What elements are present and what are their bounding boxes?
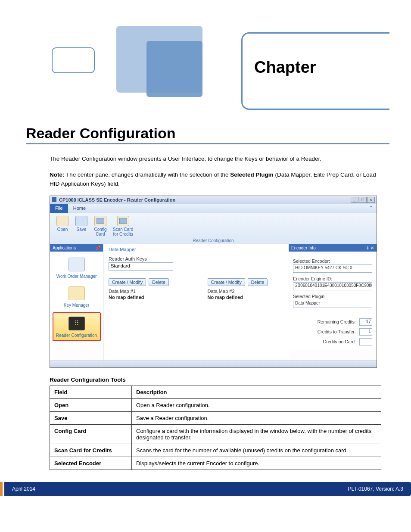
col-description: Description bbox=[132, 386, 381, 398]
map1-status: No map defined bbox=[109, 295, 169, 300]
map2-delete-button[interactable]: Delete bbox=[248, 278, 268, 286]
map1-name: Data Map #1 bbox=[109, 289, 169, 294]
tools-table: Field Description OpenOpen a Reader conf… bbox=[50, 386, 381, 470]
table-row: OpenOpen a Reader configuration. bbox=[50, 398, 381, 411]
table-header-row: Field Description bbox=[50, 386, 381, 398]
menu-file[interactable]: File bbox=[50, 204, 68, 213]
credits-transfer-input[interactable]: 1 bbox=[359, 328, 372, 336]
tool-scan-card[interactable]: Scan Card for Credits bbox=[110, 215, 136, 237]
config-card-icon bbox=[94, 216, 106, 226]
engine-id-label: Encoder Engine ID: bbox=[293, 276, 372, 281]
maximize-button[interactable]: □ bbox=[359, 197, 367, 203]
app-reader-configuration[interactable]: Reader Configuration bbox=[53, 312, 101, 342]
ribbon-group-label: Reader Configuration bbox=[53, 238, 373, 243]
selected-plugin-label: Selected Plugin: bbox=[293, 294, 372, 299]
auth-keys-label: Reader Auth Keys bbox=[109, 256, 283, 261]
table-title: Reader Configuration Tools bbox=[50, 376, 389, 383]
selected-plugin-select[interactable]: Data Mapper bbox=[293, 300, 372, 308]
encoder-panel-header: Encoder Info ⇓ ✕ bbox=[289, 244, 377, 252]
credits-transfer-label: Credits to Transfer: bbox=[318, 329, 356, 334]
engine-id-value: 2B0601040181E438010103050F8C9088 bbox=[293, 282, 372, 290]
chapter-label: Chapter bbox=[254, 58, 316, 77]
minimize-button[interactable]: _ bbox=[351, 197, 358, 203]
selected-encoder-label: Selected Encoder: bbox=[293, 258, 372, 264]
pin-icon[interactable]: 📌 bbox=[95, 246, 100, 250]
credits-on-card-value bbox=[359, 338, 372, 345]
center-pane: Data Mapper Reader Auth Keys Standard Cr… bbox=[103, 244, 289, 361]
app-key-manager[interactable]: Key Manager bbox=[53, 283, 101, 311]
remaining-credits-label: Remaining Credits: bbox=[318, 319, 356, 324]
chapter-header-graphic: Chapter bbox=[26, 26, 389, 116]
footer-date: April 2014 bbox=[12, 486, 35, 492]
note-paragraph: Note: The center pane, changes dramatica… bbox=[50, 171, 381, 189]
status-bar bbox=[50, 361, 377, 367]
map2-status: No map defined bbox=[208, 295, 268, 300]
credits-on-card-label: Credits on Card: bbox=[323, 339, 356, 344]
encoder-info-panel: Encoder Info ⇓ ✕ Selected Encoder: HID O… bbox=[289, 244, 377, 361]
table-row: Selected EncoderDisplays/selects the cur… bbox=[50, 457, 381, 470]
scan-card-icon bbox=[117, 216, 129, 226]
save-icon bbox=[75, 216, 87, 226]
open-icon bbox=[56, 216, 68, 226]
window-title: CP1000 iCLASS SE Encoder - Reader Config… bbox=[59, 197, 350, 202]
window-titlebar: CP1000 iCLASS SE Encoder - Reader Config… bbox=[50, 196, 377, 204]
app-screenshot: CP1000 iCLASS SE Encoder - Reader Config… bbox=[50, 196, 377, 368]
col-field: Field bbox=[50, 386, 132, 398]
app-icon bbox=[52, 197, 56, 202]
close-button[interactable]: × bbox=[367, 197, 375, 203]
map1-create-button[interactable]: Create / Modify bbox=[109, 278, 146, 286]
applications-panel-header: Applications 📌 bbox=[50, 244, 103, 252]
key-manager-icon bbox=[68, 286, 85, 300]
panel-controls[interactable]: ⇓ ✕ bbox=[366, 246, 374, 250]
menu-home[interactable]: Home bbox=[68, 204, 91, 213]
tool-open[interactable]: Open bbox=[53, 215, 72, 237]
tool-save[interactable]: Save bbox=[72, 215, 90, 237]
remaining-credits-value: 17 bbox=[359, 318, 372, 326]
applications-panel: Applications 📌 Work Order Manager Key Ma… bbox=[50, 244, 103, 361]
ribbon-collapse-icon[interactable]: ⌃ bbox=[366, 204, 377, 213]
data-map-1: Create / Modify Delete Data Map #1 No ma… bbox=[109, 278, 169, 300]
map2-name: Data Map #2 bbox=[208, 289, 268, 294]
app-work-order-manager[interactable]: Work Order Manager bbox=[53, 254, 101, 282]
data-map-2: Create / Modify Delete Data Map #2 No ma… bbox=[208, 278, 268, 300]
footer-docid: PLT-01067, Version: A.3 bbox=[348, 486, 403, 492]
page-footer: April 2014 PLT-01067, Version: A.3 bbox=[0, 482, 411, 496]
reader-config-icon bbox=[68, 317, 85, 330]
work-order-icon bbox=[68, 258, 85, 271]
section-title: Reader Configuration bbox=[26, 125, 389, 144]
map1-delete-button[interactable]: Delete bbox=[149, 278, 168, 286]
selected-encoder-select[interactable]: HID OMNIKEY 5427 CK SC 0 bbox=[293, 264, 372, 273]
table-row: Scan Card for CreditsScans the card for … bbox=[50, 444, 381, 457]
map2-create-button[interactable]: Create / Modify bbox=[208, 278, 245, 286]
ribbon-toolbar: Open Save Config Card Scan Card for Cred… bbox=[50, 213, 377, 244]
table-row: Config CardConfigure a card with the inf… bbox=[50, 424, 381, 444]
tool-config-card[interactable]: Config Card bbox=[91, 215, 109, 237]
table-row: SaveSave a Reader configuration. bbox=[50, 411, 381, 424]
menu-bar: File Home ⌃ bbox=[50, 204, 377, 213]
note-label: Note: bbox=[50, 171, 65, 178]
center-header: Data Mapper bbox=[109, 247, 283, 252]
auth-keys-select[interactable]: Standard bbox=[109, 262, 173, 271]
intro-paragraph: The Reader Configuration window presents… bbox=[50, 155, 381, 164]
